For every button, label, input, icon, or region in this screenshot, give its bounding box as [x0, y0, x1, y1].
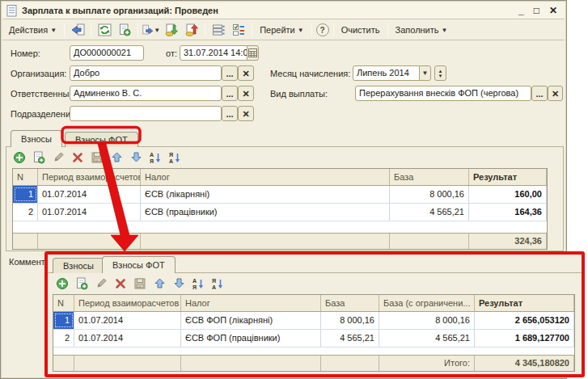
sort-descending-button[interactable]: Я А: [209, 276, 226, 291]
header-result[interactable]: Результат: [475, 295, 574, 311]
result-cell[interactable]: 164,36: [469, 204, 547, 221]
move-up-button[interactable]: [151, 276, 167, 291]
minimize-button[interactable]: _: [518, 6, 524, 15]
date-field[interactable]: 31.07.2014 14:0: [180, 45, 247, 61]
copy-row-button[interactable]: [31, 149, 47, 165]
tax-cell[interactable]: ЄСВ (лікарняні): [141, 186, 390, 203]
goto-menu-button[interactable]: Перейти▼: [256, 23, 307, 36]
department-select-button[interactable]: ...: [222, 106, 238, 121]
header-n[interactable]: N: [53, 295, 74, 311]
result-cell[interactable]: 2 656,053120: [475, 312, 574, 329]
responsible-clear-button[interactable]: ✕: [238, 86, 254, 101]
maximize-button[interactable]: □: [534, 6, 539, 15]
tab-vznosy-fot[interactable]: Взносы ФОТ: [65, 132, 138, 147]
base-cell[interactable]: 8 000,16: [321, 312, 379, 329]
sort-ascending-button[interactable]: А Я: [190, 276, 206, 291]
department-clear-button[interactable]: ✕: [238, 106, 254, 121]
window-controls: _ □ ✕: [518, 6, 561, 15]
enter-based-on-out-button[interactable]: [183, 22, 201, 38]
period-cell[interactable]: 01.07.2014: [38, 186, 141, 203]
header-base[interactable]: База: [321, 295, 379, 311]
row-number-cell[interactable]: 2: [13, 204, 38, 221]
period-cell[interactable]: 01.07.2014: [74, 330, 181, 347]
edit-row-button[interactable]: [93, 276, 109, 291]
header-period[interactable]: Период взаиморасчетов: [38, 169, 141, 185]
sort-descending-button[interactable]: Я А: [167, 149, 183, 165]
row-number-cell[interactable]: 2: [53, 330, 74, 347]
write-document-button[interactable]: [69, 22, 87, 38]
accrual-month-field[interactable]: Липень 2014: [353, 65, 420, 81]
accrual-month-dropdown-button[interactable]: ▼: [419, 65, 431, 81]
finish-edit-button[interactable]: ок: [132, 276, 148, 291]
base-cell[interactable]: 8 000,16: [390, 186, 469, 203]
tax-cell[interactable]: ЄСВ ФОП (лікарняні): [181, 312, 321, 329]
table-row[interactable]: 1 01.07.2014 ЄСВ ФОП (лікарняні) 8 000,1…: [53, 312, 574, 330]
help-button[interactable]: ?: [316, 23, 329, 36]
clear-button[interactable]: Очистить: [338, 23, 383, 36]
organization-clear-button[interactable]: ✕: [238, 65, 254, 81]
chevron-down-icon: ▼: [50, 27, 57, 34]
period-cell[interactable]: 01.07.2014: [74, 312, 181, 329]
refresh-button[interactable]: [95, 22, 113, 38]
move-up-icon: [154, 277, 166, 289]
add-row-button[interactable]: [11, 149, 27, 165]
overlay-tab-vznosy[interactable]: Взносы: [53, 258, 104, 273]
header-base[interactable]: База: [390, 169, 469, 185]
help-icon: ?: [320, 26, 325, 35]
responsible-select-button[interactable]: ...: [222, 86, 238, 101]
accrual-month-spinner[interactable]: ▲▼: [434, 65, 446, 81]
row-number-cell[interactable]: 1: [53, 312, 74, 329]
copy-row-button[interactable]: [74, 276, 90, 291]
result-cell[interactable]: 160,00: [469, 186, 547, 203]
close-button[interactable]: ✕: [549, 6, 557, 15]
copy-document-button[interactable]: [116, 22, 133, 38]
header-tax[interactable]: Налог: [181, 295, 321, 311]
move-down-button[interactable]: [171, 276, 187, 291]
header-result[interactable]: Результат: [469, 169, 547, 185]
result-cell[interactable]: 1 689,127700: [475, 330, 574, 347]
overlay-tab-vznosy-fot[interactable]: Взносы ФОТ: [102, 256, 176, 273]
structure-marks-button[interactable]: [230, 22, 247, 38]
header-n[interactable]: N: [13, 169, 38, 185]
row-number-cell[interactable]: 1: [13, 186, 38, 203]
period-cell[interactable]: 01.07.2014: [38, 204, 141, 221]
delete-row-button[interactable]: [70, 149, 86, 165]
base-cell[interactable]: 4 565,21: [390, 204, 469, 221]
header-base-limited[interactable]: База (с ограничени...: [379, 295, 475, 311]
move-up-button[interactable]: [108, 149, 125, 165]
tax-cell[interactable]: ЄСВ (працівники): [141, 204, 390, 221]
header-tax[interactable]: Налог: [141, 169, 390, 185]
post-document-button[interactable]: ▼: [142, 22, 160, 38]
number-field[interactable]: ДО000000021: [70, 45, 144, 61]
actions-menu-button[interactable]: Действия▼: [6, 23, 60, 36]
add-row-button[interactable]: [54, 276, 70, 291]
base-limited-cell[interactable]: 4 565,21: [379, 330, 475, 347]
svg-text:А: А: [169, 158, 173, 164]
organization-field[interactable]: Добро: [70, 65, 222, 81]
table-row[interactable]: 1 01.07.2014 ЄСВ (лікарняні) 8 000,16 16…: [13, 186, 547, 204]
fill-menu-button[interactable]: Заполнить▼: [392, 23, 451, 36]
base-cell[interactable]: 4 565,21: [321, 330, 379, 347]
tab-vznosy[interactable]: Взносы: [11, 130, 62, 147]
table-row[interactable]: 2 01.07.2014 ЄСВ ФОП (працівники) 4 565,…: [53, 330, 574, 347]
table-row[interactable]: 2 01.07.2014 ЄСВ (працівники) 4 565,21 1…: [13, 204, 547, 221]
delete-row-button[interactable]: [112, 276, 129, 291]
document-movements-button[interactable]: [209, 22, 227, 38]
payment-type-clear-button[interactable]: ✕: [548, 86, 563, 101]
organization-select-button[interactable]: ...: [222, 65, 238, 81]
edit-row-button[interactable]: [50, 149, 66, 165]
sort-desc-icon: Я А: [211, 277, 224, 290]
enter-based-on-in-button[interactable]: [163, 22, 180, 38]
header-period[interactable]: Период взаиморасчетов: [74, 295, 181, 311]
document-icon: [6, 5, 18, 17]
department-field[interactable]: [70, 106, 222, 121]
base-limited-cell[interactable]: 8 000,16: [379, 312, 475, 329]
tax-cell[interactable]: ЄСВ ФОП (працівники): [181, 330, 321, 347]
payment-type-select-button[interactable]: ...: [531, 86, 548, 101]
calendar-button[interactable]: [247, 45, 259, 61]
move-down-button[interactable]: [128, 149, 144, 165]
sort-ascending-button[interactable]: А Я: [147, 149, 163, 165]
responsible-field[interactable]: Админенко В. С.: [70, 86, 222, 101]
finish-edit-button[interactable]: ок: [89, 149, 105, 165]
payment-type-field[interactable]: Перерахування внесків ФОП (чергова): [355, 86, 531, 101]
